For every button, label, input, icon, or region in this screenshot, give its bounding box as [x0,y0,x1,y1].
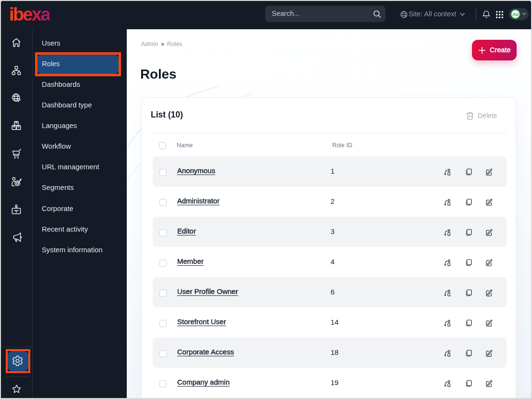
svg-text:AU: AU [512,12,518,17]
